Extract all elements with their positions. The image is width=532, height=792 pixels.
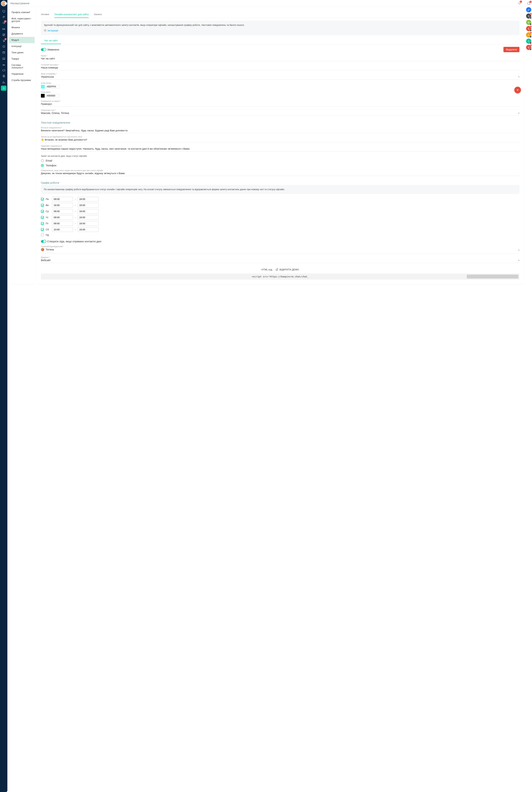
radio-phone[interactable]: Телефон bbox=[41, 164, 519, 167]
time-to-input[interactable] bbox=[78, 215, 99, 220]
settings-icon[interactable] bbox=[1, 86, 6, 91]
time-to-input[interactable] bbox=[78, 197, 99, 201]
tab[interactable]: Записи bbox=[94, 11, 102, 18]
radio-icon bbox=[41, 164, 44, 167]
history-icon[interactable] bbox=[0, 44, 7, 49]
day-checkbox[interactable] bbox=[41, 198, 44, 201]
fab-add-button[interactable]: + bbox=[514, 87, 521, 93]
tab[interactable]: Онлайн-консультант для сайту bbox=[54, 11, 89, 18]
time-to-input[interactable] bbox=[78, 227, 99, 232]
open-demo-button[interactable]: ВІДКРИТИ ДЕМО bbox=[276, 268, 299, 271]
time-to-input[interactable] bbox=[78, 209, 99, 214]
time-to-input[interactable] bbox=[78, 203, 99, 207]
lang-value: Українська bbox=[41, 75, 54, 78]
edit-icon[interactable] bbox=[0, 32, 7, 37]
lang-select[interactable]: Українська ▾ bbox=[41, 75, 519, 79]
sidebar-item[interactable]: Фінанси bbox=[9, 24, 35, 31]
day-checkbox[interactable] bbox=[41, 228, 44, 231]
sidebar-item[interactable]: Управління bbox=[9, 71, 35, 77]
wallet-icon[interactable] bbox=[0, 68, 7, 73]
bg-color-input[interactable] bbox=[44, 94, 59, 97]
delete-button[interactable]: Видалити bbox=[504, 47, 519, 52]
calendar-icon[interactable] bbox=[0, 50, 7, 55]
delivery-icon[interactable] bbox=[0, 26, 7, 31]
time-to-input[interactable] bbox=[78, 221, 99, 226]
chat-bubble[interactable]: С2 bbox=[526, 32, 531, 37]
icon-color-input[interactable] bbox=[44, 85, 59, 89]
users-icon[interactable] bbox=[0, 14, 7, 20]
heading-input[interactable]: Наша команда bbox=[41, 66, 519, 70]
user-avatar[interactable]: › bbox=[1, 1, 6, 6]
operators-value: Максим, Олена, Тетяна bbox=[41, 112, 69, 114]
content-panel: АктивніОнлайн-консультант для сайтуЗапис… bbox=[37, 8, 524, 284]
day-checkbox[interactable] bbox=[41, 233, 44, 236]
chat-icon[interactable]: 3 bbox=[527, 1, 531, 6]
schedule-row: Ср - bbox=[41, 209, 519, 214]
icon-sidebar: › 16 4 bbox=[0, 0, 7, 792]
analytics-icon[interactable] bbox=[0, 79, 7, 85]
files-icon[interactable] bbox=[0, 73, 7, 78]
time-separator: - bbox=[75, 210, 76, 213]
sidebar-item[interactable]: Служба підтримки bbox=[9, 77, 35, 84]
chat-bubble[interactable]: С bbox=[526, 39, 531, 44]
schedule-row: Чт - bbox=[41, 215, 519, 220]
placement-input[interactable]: Праворуч bbox=[41, 103, 519, 107]
time-from-input[interactable] bbox=[52, 221, 73, 226]
html-code-button[interactable]: HTML код bbox=[261, 268, 272, 271]
chat-bubble[interactable]: Е1 bbox=[526, 45, 531, 50]
svg-rect-14 bbox=[3, 75, 5, 77]
settings-sidebar: Профіль компаніїФілії, користувачі і дос… bbox=[9, 8, 35, 284]
bell-icon[interactable]: 1 bbox=[518, 1, 521, 5]
time-from-input[interactable] bbox=[52, 215, 73, 220]
chevron-right-icon[interactable]: › bbox=[5, 2, 7, 5]
enabled-toggle[interactable] bbox=[41, 48, 46, 51]
chat-bubble[interactable]: Б bbox=[526, 20, 531, 25]
script-text: <script src='https://keepincrm.chat/chat… bbox=[252, 275, 309, 278]
create-lead-toggle[interactable] bbox=[41, 240, 46, 243]
campaign-icon[interactable]: 16 bbox=[0, 20, 7, 25]
sidebar-item[interactable]: Система лояльності bbox=[9, 62, 35, 71]
time-from-input[interactable] bbox=[52, 203, 73, 207]
badge: 2 bbox=[530, 32, 532, 34]
sidebar-item[interactable]: Типи даних bbox=[9, 50, 35, 56]
name-input[interactable]: Чат на сайті bbox=[41, 57, 519, 61]
dashboard-icon[interactable] bbox=[0, 8, 7, 14]
cart-icon[interactable]: 4 bbox=[0, 38, 7, 43]
tab[interactable]: Активні bbox=[41, 11, 49, 18]
chat-bubble[interactable] bbox=[526, 7, 531, 12]
chat-bubble[interactable]: Е4 bbox=[526, 26, 531, 31]
sidebar-item[interactable]: Документи bbox=[9, 31, 35, 37]
time-separator: - bbox=[75, 228, 76, 231]
warehouse-icon[interactable] bbox=[0, 56, 7, 61]
day-checkbox[interactable] bbox=[41, 216, 44, 219]
thank-input[interactable]: Дякуємо, як тільки менеджери будуть онла… bbox=[41, 172, 519, 176]
source-select[interactable]: Вебсайт ▾ bbox=[41, 259, 519, 263]
time-from-input[interactable] bbox=[52, 227, 73, 232]
script-code[interactable]: <script src='https://keepincrm.chat/chat… bbox=[41, 274, 519, 280]
responsible-select[interactable]: Тетяна ▾ bbox=[41, 248, 519, 254]
sidebar-item[interactable]: Товари bbox=[9, 56, 35, 62]
day-checkbox[interactable] bbox=[41, 210, 44, 213]
sub-tab-chat[interactable]: Чат на сайті bbox=[41, 37, 61, 44]
icon-color-swatch[interactable] bbox=[41, 85, 44, 89]
create-lead-label: Створити ліда, якщо отримано контактні д… bbox=[47, 240, 101, 243]
time-from-input[interactable] bbox=[52, 209, 73, 214]
sidebar-item[interactable]: Профіль компанії bbox=[9, 9, 35, 16]
operators-select[interactable]: Максим, Олена, Тетяна ▾ bbox=[41, 112, 519, 116]
instruction-link[interactable]: Інструкція bbox=[48, 29, 58, 32]
welcome-input[interactable]: Виникли запитання? Звертайтесь, будь лас… bbox=[41, 129, 519, 133]
bg-color-swatch[interactable] bbox=[41, 94, 44, 97]
time-from-input[interactable] bbox=[52, 197, 73, 201]
day-checkbox[interactable] bbox=[41, 204, 44, 207]
radio-email[interactable]: Email bbox=[41, 159, 519, 162]
sidebar-item[interactable]: Філії, користувачі і доступи bbox=[9, 16, 35, 24]
text-section-title: Текстові повідомлення bbox=[41, 121, 519, 124]
sidebar-item[interactable]: Модулі bbox=[9, 37, 35, 43]
day-checkbox[interactable] bbox=[41, 222, 44, 225]
offline-input[interactable]: Наші менеджери наразі недоступні. Напиші… bbox=[41, 147, 519, 151]
chevron-down-icon: ▾ bbox=[518, 76, 519, 78]
factory-icon[interactable] bbox=[0, 61, 7, 67]
cta-input[interactable]: 👋 Вітаємо, як можемо Вам допомогти? bbox=[41, 138, 519, 142]
sidebar-item[interactable]: Інтеграції bbox=[9, 43, 35, 50]
chat-bubble[interactable]: Х1 bbox=[526, 14, 531, 19]
